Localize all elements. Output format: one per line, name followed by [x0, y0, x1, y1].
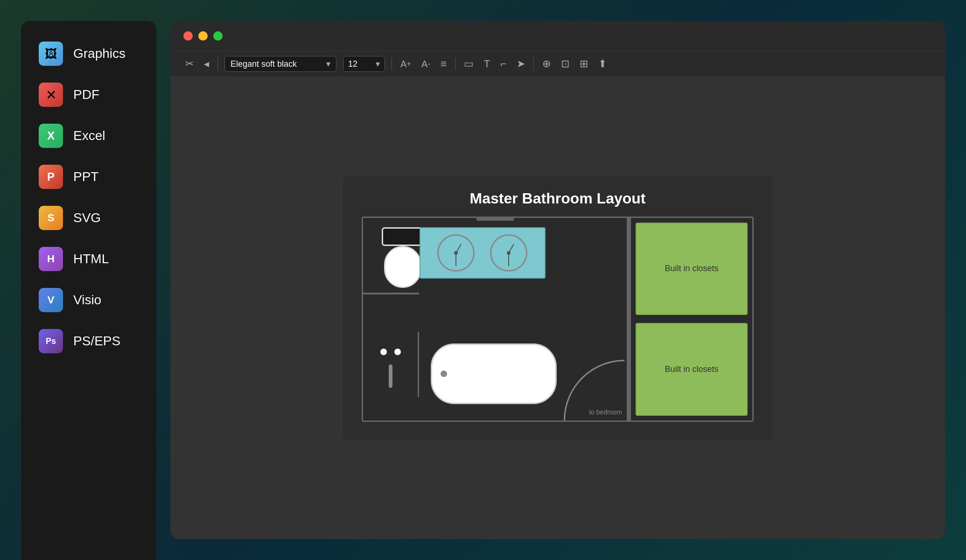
- sidebar: 🖼 Graphics ✕ PDF X Excel P PPT S SVG H H…: [21, 21, 156, 560]
- font-size-selector[interactable]: 12 ▾: [343, 56, 385, 72]
- crop-button[interactable]: ⊡: [559, 56, 571, 72]
- close-button[interactable]: [183, 31, 193, 41]
- sink-left: [437, 234, 475, 272]
- fp-right-area: Built in closets Built in closets: [631, 218, 752, 420]
- sidebar-label-excel: Excel: [73, 128, 105, 143]
- sink-hand-h-left: [455, 244, 462, 253]
- shower-dot-1: [380, 349, 387, 355]
- sidebar-item-ppt[interactable]: P PPT: [30, 158, 147, 196]
- sidebar-item-pdf[interactable]: ✕ PDF: [30, 76, 147, 113]
- toolbar: ✂ ◂ Elegant soft black ▾ 12 ▾ A+ A- ≡ ▭ …: [170, 51, 945, 77]
- closet-top-label: Built in closets: [665, 264, 718, 273]
- html-icon: H: [39, 247, 63, 271]
- to-bedroom-label: to bedroom: [589, 408, 622, 416]
- graphics-icon: 🖼: [39, 42, 63, 66]
- visio-icon: V: [39, 288, 63, 312]
- closet-top: Built in closets: [636, 223, 748, 315]
- sidebar-item-svg[interactable]: S SVG: [30, 199, 147, 237]
- closet-bottom: Built in closets: [636, 323, 748, 416]
- pseps-icon: Ps: [39, 329, 63, 353]
- title-bar: [170, 21, 945, 51]
- sidebar-label-html: HTML: [73, 252, 109, 266]
- shower-handle: [389, 364, 392, 388]
- floor-plan: to bedroom Built in closets Built in clo…: [362, 217, 754, 422]
- toilet-tank: [382, 227, 424, 246]
- sink-hand-m-left: [455, 253, 456, 266]
- bathtub-faucet: [441, 371, 447, 377]
- top-door-indicator: [476, 218, 514, 221]
- sidebar-label-pseps: PS/EPS: [73, 334, 120, 349]
- sidebar-label-graphics: Graphics: [73, 46, 126, 61]
- sidebar-label-pdf: PDF: [73, 87, 99, 102]
- font-size-label: 12: [348, 59, 357, 69]
- back-button[interactable]: ◂: [202, 56, 211, 72]
- decrease-font-button[interactable]: A-: [420, 57, 432, 71]
- font-size-arrow: ▾: [376, 59, 380, 69]
- excel-icon: X: [39, 124, 63, 148]
- sidebar-item-excel[interactable]: X Excel: [30, 117, 147, 154]
- rect-button[interactable]: ▭: [462, 56, 476, 72]
- toilet-bowl: [384, 246, 421, 288]
- main-content: ✂ ◂ Elegant soft black ▾ 12 ▾ A+ A- ≡ ▭ …: [156, 0, 966, 560]
- connector-button[interactable]: ⌐: [498, 56, 508, 72]
- canvas-area[interactable]: Master Bathroom Layout: [170, 77, 945, 539]
- toolbar-separator-4: [533, 57, 534, 70]
- sidebar-item-html[interactable]: H HTML: [30, 240, 147, 278]
- fp-left-area: to bedroom: [363, 218, 628, 420]
- app-window: ✂ ◂ Elegant soft black ▾ 12 ▾ A+ A- ≡ ▭ …: [170, 21, 945, 539]
- shower-dot-2: [394, 349, 401, 355]
- sidebar-item-pseps[interactable]: Ps PS/EPS: [30, 322, 147, 360]
- align-left-button[interactable]: ⊞: [578, 56, 590, 72]
- bathtub: [431, 343, 557, 404]
- align-button[interactable]: ≡: [439, 56, 448, 72]
- sidebar-item-visio[interactable]: V Visio: [30, 281, 147, 319]
- toolbar-separator-2: [392, 57, 392, 70]
- shower-dots: [380, 349, 401, 355]
- h-separator: [363, 293, 419, 294]
- text-button[interactable]: T: [482, 56, 492, 72]
- pdf-icon: ✕: [39, 83, 63, 107]
- arrow-button[interactable]: ➤: [515, 56, 527, 72]
- sidebar-item-graphics[interactable]: 🖼 Graphics: [30, 35, 147, 72]
- increase-font-button[interactable]: A+: [399, 57, 413, 71]
- svg-icon: S: [39, 206, 63, 230]
- font-dropdown-arrow: ▾: [326, 59, 330, 69]
- floor-plan-title: Master Bathroom Layout: [362, 190, 754, 207]
- maximize-button[interactable]: [213, 31, 223, 41]
- closet-bottom-label: Built in closets: [665, 364, 718, 374]
- ppt-icon: P: [39, 165, 63, 189]
- toolbar-separator-3: [455, 57, 455, 70]
- sink-hand-h-right: [508, 244, 514, 253]
- sink-area: [420, 227, 546, 279]
- cut-button[interactable]: ✂: [183, 56, 196, 72]
- sink-hand-m-right: [508, 253, 509, 266]
- layers-button[interactable]: ⊕: [540, 56, 553, 72]
- font-name-label: Elegant soft black: [231, 59, 297, 69]
- floor-plan-container: Master Bathroom Layout: [343, 176, 772, 441]
- font-selector[interactable]: Elegant soft black ▾: [224, 56, 336, 72]
- minimize-button[interactable]: [198, 31, 208, 41]
- sidebar-label-svg: SVG: [73, 210, 101, 225]
- upload-button[interactable]: ⬆: [596, 56, 609, 72]
- shower-area: [363, 332, 419, 397]
- sink-right: [490, 234, 527, 272]
- sidebar-label-visio: Visio: [73, 293, 101, 308]
- sidebar-label-ppt: PPT: [73, 169, 98, 184]
- toolbar-separator-1: [217, 57, 218, 70]
